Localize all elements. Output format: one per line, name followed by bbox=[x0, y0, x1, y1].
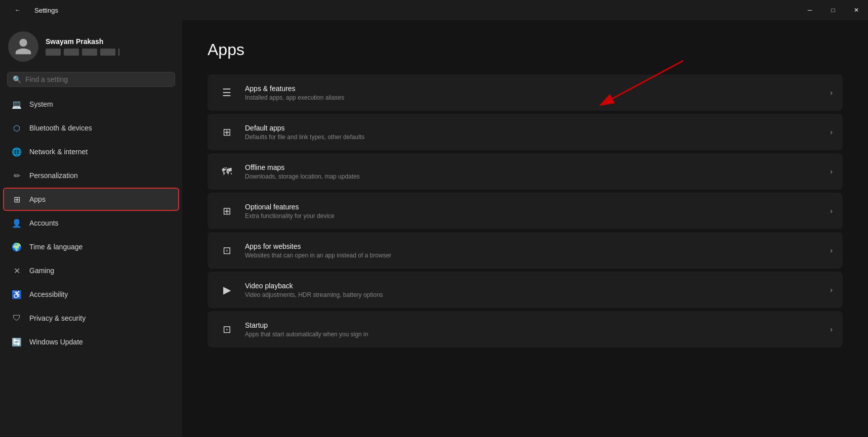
apps-features-desc: Installed apps, app execution aliases bbox=[245, 94, 821, 101]
privacy-icon: 🛡 bbox=[11, 313, 22, 324]
user-bar-4 bbox=[100, 49, 115, 56]
offline-maps-text: Offline maps Downloads, storage location… bbox=[245, 163, 821, 180]
app-body: Swayam Prakash 🔍 💻 System ⬡ Bluetooth & … bbox=[0, 20, 868, 437]
card-startup[interactable]: ⊡ Startup Apps that start automatically … bbox=[208, 311, 843, 347]
system-icon: 💻 bbox=[11, 99, 22, 110]
card-default-apps[interactable]: ⊞ Default apps Defaults for file and lin… bbox=[208, 114, 843, 150]
sidebar-item-bluetooth[interactable]: ⬡ Bluetooth & devices bbox=[3, 116, 179, 140]
personalization-icon: ✏ bbox=[11, 170, 22, 181]
startup-chevron: › bbox=[830, 325, 833, 333]
maximize-button[interactable]: □ bbox=[821, 0, 845, 20]
user-bar-2 bbox=[64, 49, 79, 56]
offline-maps-desc: Downloads, storage location, map updates bbox=[245, 173, 821, 180]
sidebar-item-label-update: Windows Update bbox=[29, 338, 83, 346]
apps-features-icon: ☰ bbox=[218, 83, 236, 102]
accounts-icon: 👤 bbox=[11, 217, 22, 229]
video-playback-icon: ▶ bbox=[218, 281, 236, 299]
app-title: Settings bbox=[34, 7, 58, 14]
card-optional-features[interactable]: ⊞ Optional features Extra functionality … bbox=[208, 193, 843, 229]
apps-features-text: Apps & features Installed apps, app exec… bbox=[245, 84, 821, 101]
default-apps-text: Default apps Defaults for file and link … bbox=[245, 124, 821, 141]
default-apps-chevron: › bbox=[830, 128, 833, 136]
sidebar-item-accounts[interactable]: 👤 Accounts bbox=[3, 211, 179, 235]
sidebar-item-label-privacy: Privacy & security bbox=[29, 314, 86, 322]
card-apps-features[interactable]: ☰ Apps & features Installed apps, app ex… bbox=[208, 74, 843, 111]
offline-maps-title: Offline maps bbox=[245, 163, 821, 171]
sidebar-item-time[interactable]: 🌍 Time & language bbox=[3, 235, 179, 258]
search-box[interactable]: 🔍 bbox=[7, 72, 175, 87]
user-bar-line bbox=[118, 49, 119, 56]
apps-for-websites-icon: ⊡ bbox=[218, 241, 236, 259]
sidebar-item-label-accounts: Accounts bbox=[29, 219, 59, 227]
search-input[interactable] bbox=[25, 75, 170, 83]
gaming-icon: ✕ bbox=[11, 265, 22, 276]
close-button[interactable]: ✕ bbox=[845, 0, 868, 20]
sidebar-item-label-apps: Apps bbox=[29, 195, 46, 203]
update-icon: 🔄 bbox=[11, 336, 22, 347]
sidebar-item-personalization[interactable]: ✏ Personalization bbox=[3, 164, 179, 187]
user-icon bbox=[14, 37, 33, 56]
video-playback-text: Video playback Video adjustments, HDR st… bbox=[245, 282, 821, 298]
startup-text: Startup Apps that start automatically wh… bbox=[245, 321, 821, 338]
window-controls: ─ □ ✕ bbox=[798, 0, 868, 20]
apps-icon: ⊞ bbox=[11, 194, 22, 205]
optional-features-chevron: › bbox=[830, 207, 833, 215]
sidebar-item-gaming[interactable]: ✕ Gaming bbox=[3, 259, 179, 282]
bluetooth-icon: ⬡ bbox=[11, 122, 22, 134]
user-info: Swayam Prakash bbox=[46, 37, 174, 56]
apps-features-title: Apps & features bbox=[245, 84, 821, 93]
apps-features-chevron: › bbox=[830, 89, 833, 97]
optional-features-text: Optional features Extra functionality fo… bbox=[245, 203, 821, 220]
default-apps-icon: ⊞ bbox=[218, 123, 236, 141]
user-section: Swayam Prakash bbox=[0, 25, 182, 72]
sidebar: Swayam Prakash 🔍 💻 System ⬡ Bluetooth & … bbox=[0, 20, 182, 437]
video-playback-title: Video playback bbox=[245, 282, 821, 290]
offline-maps-chevron: › bbox=[830, 167, 833, 176]
network-icon: 🌐 bbox=[11, 146, 22, 157]
titlebar: ← Settings ─ □ ✕ bbox=[0, 0, 868, 20]
card-apps-for-websites[interactable]: ⊡ Apps for websites Websites that can op… bbox=[208, 232, 843, 269]
startup-icon: ⊡ bbox=[218, 320, 236, 338]
sidebar-item-label-accessibility: Accessibility bbox=[29, 290, 68, 298]
user-bar-3 bbox=[82, 49, 97, 56]
apps-for-websites-chevron: › bbox=[830, 246, 833, 254]
minimize-button[interactable]: ─ bbox=[798, 0, 821, 20]
accessibility-icon: ♿ bbox=[11, 289, 22, 300]
sidebar-item-apps[interactable]: ⊞ Apps bbox=[3, 188, 179, 211]
card-offline-maps[interactable]: 🗺 Offline maps Downloads, storage locati… bbox=[208, 153, 843, 190]
sidebar-item-network[interactable]: 🌐 Network & internet bbox=[3, 140, 179, 163]
sidebar-item-system[interactable]: 💻 System bbox=[3, 93, 179, 116]
offline-maps-icon: 🗺 bbox=[218, 162, 236, 181]
apps-for-websites-desc: Websites that can open in an app instead… bbox=[245, 252, 821, 259]
avatar bbox=[8, 31, 38, 62]
sidebar-item-label-time: Time & language bbox=[29, 243, 82, 251]
username: Swayam Prakash bbox=[46, 37, 174, 46]
startup-desc: Apps that start automatically when you s… bbox=[245, 331, 821, 338]
sidebar-item-privacy[interactable]: 🛡 Privacy & security bbox=[3, 307, 179, 330]
time-icon: 🌍 bbox=[11, 241, 22, 252]
search-icon: 🔍 bbox=[13, 75, 21, 83]
back-button[interactable]: ← bbox=[6, 0, 29, 20]
content-area: Apps ☰ Apps & features Installed apps, a… bbox=[182, 20, 868, 437]
user-bar-row bbox=[46, 49, 174, 56]
titlebar-left: ← Settings bbox=[6, 0, 58, 20]
default-apps-desc: Defaults for file and link types, other … bbox=[245, 134, 821, 141]
sidebar-item-label-gaming: Gaming bbox=[29, 267, 54, 275]
default-apps-title: Default apps bbox=[245, 124, 821, 132]
apps-for-websites-text: Apps for websites Websites that can open… bbox=[245, 242, 821, 259]
optional-features-title: Optional features bbox=[245, 203, 821, 211]
video-playback-chevron: › bbox=[830, 286, 833, 294]
sidebar-item-label-network: Network & internet bbox=[29, 148, 88, 156]
optional-features-icon: ⊞ bbox=[218, 202, 236, 220]
card-video-playback[interactable]: ▶ Video playback Video adjustments, HDR … bbox=[208, 272, 843, 308]
apps-for-websites-title: Apps for websites bbox=[245, 242, 821, 250]
video-playback-desc: Video adjustments, HDR streaming, batter… bbox=[245, 291, 821, 298]
page-title: Apps bbox=[208, 40, 843, 59]
user-bar-1 bbox=[46, 49, 61, 56]
sidebar-item-label-system: System bbox=[29, 100, 53, 108]
sidebar-item-update[interactable]: 🔄 Windows Update bbox=[3, 330, 179, 354]
sidebar-item-label-bluetooth: Bluetooth & devices bbox=[29, 124, 92, 132]
startup-title: Startup bbox=[245, 321, 821, 329]
sidebar-item-accessibility[interactable]: ♿ Accessibility bbox=[3, 283, 179, 306]
cards-list: ☰ Apps & features Installed apps, app ex… bbox=[208, 74, 843, 347]
